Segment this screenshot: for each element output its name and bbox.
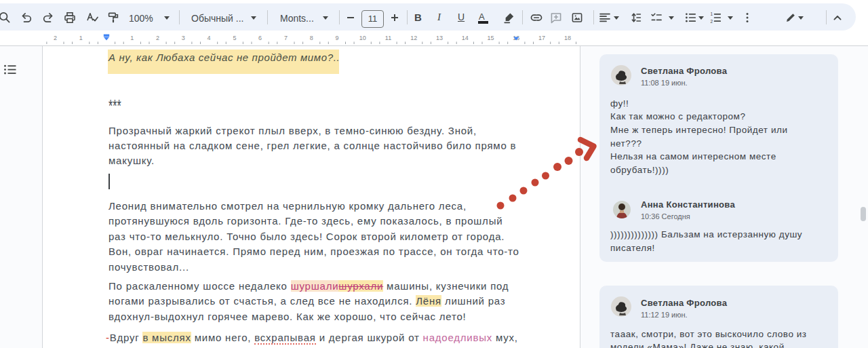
svg-text:18: 18 xyxy=(564,35,571,41)
svg-text:9: 9 xyxy=(335,35,338,41)
svg-text:1: 1 xyxy=(130,35,134,41)
svg-text:15: 15 xyxy=(488,35,494,41)
svg-text:2: 2 xyxy=(711,19,713,24)
svg-text:6: 6 xyxy=(258,35,262,41)
svg-text:4: 4 xyxy=(208,35,211,41)
svg-text:7: 7 xyxy=(284,35,288,41)
svg-text:1: 1 xyxy=(711,12,713,16)
svg-text:13: 13 xyxy=(436,35,443,41)
svg-text:2: 2 xyxy=(54,35,57,41)
svg-text:1: 1 xyxy=(79,35,83,41)
svg-text:8: 8 xyxy=(310,35,313,41)
svg-text:3: 3 xyxy=(182,35,185,41)
svg-text:11: 11 xyxy=(385,35,391,41)
svg-text:2: 2 xyxy=(156,35,159,41)
svg-text:10: 10 xyxy=(359,35,366,41)
svg-text:5: 5 xyxy=(233,35,236,41)
svg-text:12: 12 xyxy=(410,35,417,41)
svg-text:17: 17 xyxy=(538,35,545,41)
svg-text:14: 14 xyxy=(462,35,469,41)
